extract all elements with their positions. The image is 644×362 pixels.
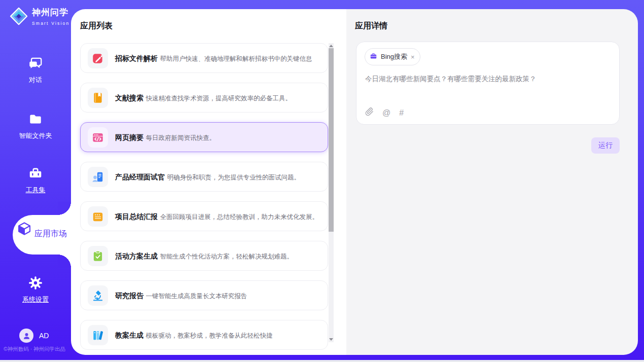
attachment-icon[interactable] [365, 107, 374, 118]
chat-icon [28, 64, 43, 73]
app-window: 神州问学 Smart Vision 对话 智能文件夹 [0, 0, 644, 362]
app-name: 研究报告 [115, 292, 144, 300]
app-name: 文献搜索 [115, 94, 144, 102]
clipboard-check-icon [88, 246, 108, 266]
mention-icon[interactable]: @ [382, 109, 390, 117]
app-description: 快速精准查找学术资源，提高研究效率的必备工具。 [146, 95, 292, 102]
pen-square-icon [88, 48, 108, 68]
app-description: 模板驱动，教案秒成，教学准备从此轻松快捷 [146, 332, 272, 339]
toolbox-icon [28, 174, 43, 183]
app-description: 智能生成个性化活动方案，轻松解决规划难题。 [160, 253, 293, 260]
app-description: 一键智能生成高质量长文本研究报告 [146, 293, 247, 300]
input-toolbar: @ # [365, 107, 404, 118]
book-icon [88, 88, 108, 108]
copyright-text: ©神州数码 · 神州问学出品 [4, 346, 71, 353]
sidebar: 神州问学 Smart Vision 对话 智能文件夹 [0, 0, 71, 360]
brand-logo: 神州问学 Smart Vision [9, 7, 71, 28]
sidebar-item-settings[interactable]: 系统设置 [0, 275, 71, 304]
diamond-logo-icon [9, 7, 28, 28]
cube-icon [17, 229, 34, 238]
app-name: 招标文件解析 [115, 54, 158, 62]
sidebar-item-toolset[interactable]: 工具集 [0, 166, 71, 195]
sidebar-item-label: 工具集 [0, 186, 71, 195]
notepad-icon [88, 206, 108, 227]
hash-icon[interactable]: # [399, 109, 404, 117]
books-icon [88, 325, 108, 345]
run-button[interactable]: 运行 [591, 137, 620, 154]
app-card-research-report[interactable]: 研究报告 一键智能生成高质量长文本研究报告 [80, 280, 328, 310]
prompt-input-card[interactable]: Bing搜索 × 今日湖北有哪些新闻要点？有哪些需要关注的最新政策？ @ # [356, 42, 620, 125]
app-detail-panel: 应用详情 Bing搜索 × 今日湖北有哪些新闻要点？有哪些需要关注的最新政策？ [346, 9, 638, 355]
app-card-project-summary[interactable]: 项目总结汇报 全面回顾项目进展，总结经验教训，助力未来优化发展。 [80, 201, 328, 231]
app-card-bid-analysis[interactable]: 招标文件解析 帮助用户快速、准确地理解和解析招标书中的关键信息 [80, 43, 328, 73]
user-name: AD [39, 332, 49, 340]
microscope-icon [88, 285, 108, 306]
tool-tag-bing-search[interactable]: Bing搜索 × [365, 48, 420, 65]
folder-icon [28, 120, 43, 128]
brand-name: 神州问学 [32, 8, 68, 17]
sidebar-item-label: 对话 [0, 76, 71, 85]
list-scrollbar[interactable] [329, 43, 334, 342]
app-description: 帮助用户快速、准确地理解和解析招标书中的关键信息 [160, 55, 312, 62]
app-name: 产品经理面试官 [115, 173, 165, 181]
app-description: 每日政府新闻资讯快查。 [146, 134, 216, 141]
avatar [19, 329, 33, 343]
sidebar-item-label: 智能文件夹 [0, 131, 71, 140]
app-description: 明确身份和职责，为您提供专业性的面试问题。 [167, 174, 300, 181]
app-description: 全面回顾项目进展，总结经验教训，助力未来优化发展。 [160, 213, 318, 221]
sidebar-item-smart-folder[interactable]: 智能文件夹 [0, 112, 71, 140]
scroll-down-arrow-icon[interactable] [329, 338, 333, 341]
app-card-web-summary[interactable]: 网页摘要 每日政府新闻资讯快查。 [80, 122, 328, 152]
app-name: 教案生成 [115, 331, 144, 339]
app-card-list: 招标文件解析 帮助用户快速、准确地理解和解析招标书中的关键信息 文献搜索 [80, 43, 328, 355]
app-detail-title: 应用详情 [355, 21, 387, 31]
content-area: 应用列表 招标文件解析 帮助用户快速、准确地理解和解析招标书中的关键信息 [71, 9, 638, 355]
sidebar-item-app-market[interactable]: 应用市场 [13, 215, 71, 255]
scrollbar-thumb[interactable] [329, 48, 334, 232]
app-card-literature-search[interactable]: 文献搜索 快速精准查找学术资源，提高研究效率的必备工具。 [80, 83, 328, 113]
app-card-event-plan[interactable]: 活动方案生成 智能生成个性化活动方案，轻松解决规划难题。 [80, 241, 328, 271]
gear-icon [28, 283, 43, 292]
app-name: 活动方案生成 [115, 252, 158, 260]
browser-code-icon [88, 127, 108, 148]
app-list-panel: 应用列表 招标文件解析 帮助用户快速、准确地理解和解析招标书中的关键信息 [71, 9, 346, 355]
window-bottom-strip [0, 360, 644, 362]
user-account[interactable]: AD [19, 329, 49, 343]
sidebar-item-chat[interactable]: 对话 [0, 56, 71, 85]
resume-icon [88, 167, 108, 187]
app-name: 网页摘要 [115, 133, 144, 141]
app-name: 项目总结汇报 [115, 212, 158, 221]
app-card-pm-interviewer[interactable]: 产品经理面试官 明确身份和职责，为您提供专业性的面试问题。 [80, 162, 328, 192]
close-icon[interactable]: × [411, 54, 415, 60]
tool-tag-label: Bing搜索 [381, 52, 407, 61]
app-list-title: 应用列表 [80, 21, 113, 31]
briefcase-icon [370, 52, 377, 62]
sidebar-item-label: 应用市场 [34, 229, 67, 238]
app-card-lesson-plan[interactable]: 教案生成 模板驱动，教案秒成，教学准备从此轻松快捷 [80, 320, 328, 350]
brand-subtitle: Smart Vision [32, 21, 69, 26]
prompt-input[interactable]: 今日湖北有哪些新闻要点？有哪些需要关注的最新政策？ [365, 74, 609, 84]
scroll-up-arrow-icon[interactable] [329, 45, 333, 47]
sidebar-item-label: 系统设置 [0, 295, 71, 304]
